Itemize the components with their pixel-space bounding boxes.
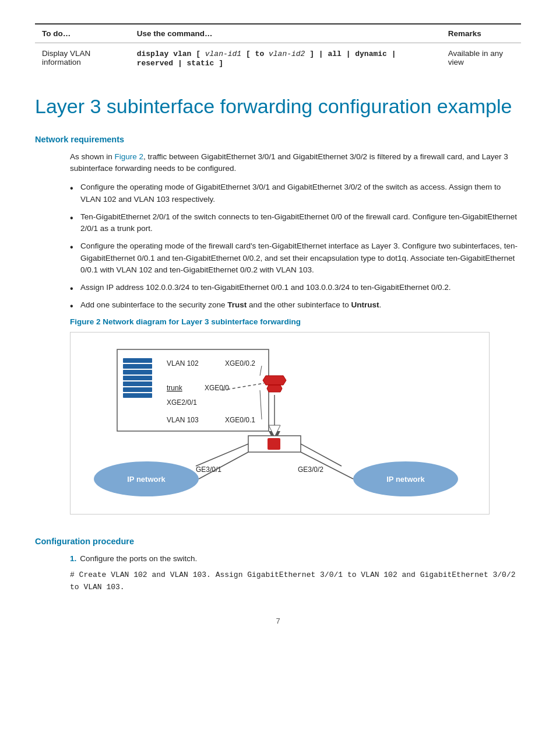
svg-text:IP network: IP network — [386, 475, 425, 484]
svg-text:VLAN 102: VLAN 102 — [167, 359, 199, 368]
list-item: Assign IP address 102.0.0.3/24 to ten-Gi… — [70, 282, 521, 293]
svg-text:VLAN 103: VLAN 103 — [167, 416, 199, 424]
step-number: 1. — [70, 554, 76, 563]
svg-rect-3 — [123, 370, 152, 374]
code-block: # Create VLAN 102 and VLAN 103. Assign G… — [70, 569, 521, 594]
svg-rect-24 — [268, 438, 280, 450]
col-header-todo: To do… — [35, 24, 130, 43]
svg-line-27 — [196, 444, 248, 466]
svg-text:XGE2/0/1: XGE2/0/1 — [167, 398, 197, 407]
config-procedure-section: Configuration procedure 1.Configure the … — [35, 537, 521, 594]
svg-rect-5 — [123, 382, 152, 386]
figure-caption: Figure 2 Network diagram for Layer 3 sub… — [70, 317, 521, 326]
network-diagram-container: VLAN 102 XGE0/0.2 trunk XGE0/0 XGE2/0/1 … — [70, 332, 490, 514]
svg-text:GE3/0/2: GE3/0/2 — [298, 466, 323, 474]
svg-text:IP network: IP network — [127, 475, 166, 484]
svg-rect-2 — [123, 364, 152, 369]
col-header-command: Use the command… — [130, 24, 441, 43]
table-row: Display VLAN information display vlan [ … — [35, 43, 521, 74]
page-number: 7 — [35, 617, 521, 625]
svg-rect-6 — [123, 387, 152, 392]
list-item: Add one subinterface to the security zon… — [70, 299, 521, 311]
network-diagram-svg: VLAN 102 XGE0/0.2 trunk XGE0/0 XGE2/0/1 … — [82, 341, 478, 504]
svg-rect-1 — [123, 358, 152, 363]
step-text: Configure the ports on the switch. — [80, 554, 197, 563]
figure2-link[interactable]: Figure 2 — [115, 152, 144, 161]
cell-remarks: Available in any view — [441, 43, 521, 74]
network-requirements-intro: As shown in Figure 2, traffic between Gi… — [70, 151, 521, 175]
list-item: Ten-GigabitEthernet 2/0/1 of the switch … — [70, 211, 521, 235]
network-requirements-heading: Network requirements — [35, 135, 521, 144]
col-header-remarks: Remarks — [441, 24, 521, 43]
list-item: Configure the operating mode of GigabitE… — [70, 181, 521, 205]
config-procedure-heading: Configuration procedure — [35, 537, 521, 546]
vlan-commands-table: To do… Use the command… Remarks Display … — [35, 23, 521, 74]
svg-text:trunk: trunk — [167, 384, 183, 392]
requirements-list: Configure the operating mode of GigabitE… — [70, 181, 521, 311]
cell-command: display vlan [ vlan-id1 [ to vlan-id2 ] … — [130, 43, 441, 74]
svg-rect-7 — [123, 393, 152, 398]
list-item: Configure the operating mode of the fire… — [70, 240, 521, 276]
svg-rect-4 — [123, 376, 152, 380]
network-requirements-section: Network requirements As shown in Figure … — [35, 135, 521, 531]
config-step-1: 1.Configure the ports on the switch. — [70, 553, 521, 565]
svg-marker-16 — [267, 385, 282, 392]
chapter-title: Layer 3 subinterface forwarding configur… — [35, 94, 521, 118]
svg-text:XGE0/0: XGE0/0 — [205, 384, 229, 392]
svg-text:XGE0/0.1: XGE0/0.1 — [225, 416, 255, 424]
svg-text:XGE0/0.2: XGE0/0.2 — [225, 359, 255, 368]
svg-text:GE3/0/1: GE3/0/1 — [196, 466, 221, 474]
cell-todo: Display VLAN information — [35, 43, 130, 74]
svg-marker-15 — [263, 376, 286, 385]
